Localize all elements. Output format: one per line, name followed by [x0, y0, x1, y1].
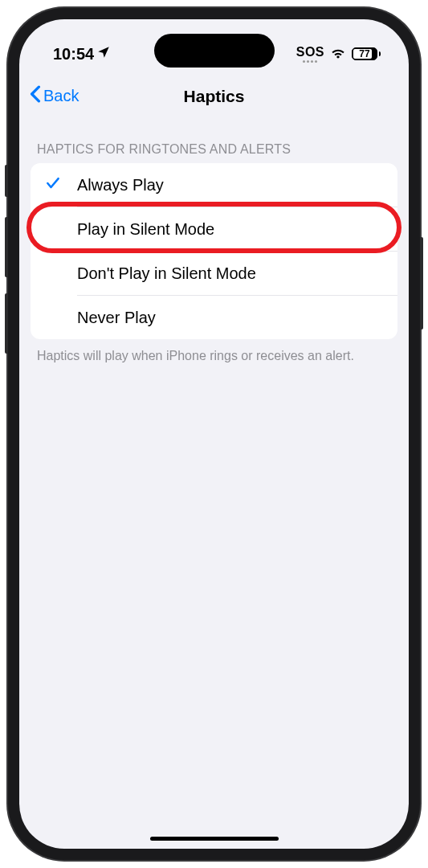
dynamic-island [154, 34, 275, 68]
phone-frame: 10:54 SOS [8, 8, 420, 860]
home-indicator[interactable] [150, 837, 279, 841]
status-right: SOS 77 [296, 45, 381, 63]
power-button [420, 237, 423, 330]
haptics-options-list: Always Play Play in Silent Mode Don't Pl… [31, 163, 397, 339]
section-header: HAPTICS FOR RINGTONES AND ALERTS [19, 118, 409, 163]
sos-indicator: SOS [296, 45, 324, 63]
volume-up-button [5, 217, 8, 277]
wifi-icon [330, 46, 346, 62]
option-play-in-silent-mode[interactable]: Play in Silent Mode [31, 207, 397, 251]
option-never-play[interactable]: Never Play [31, 296, 397, 339]
option-label: Never Play [77, 309, 383, 327]
clock-time: 10:54 [53, 45, 94, 63]
sos-label: SOS [296, 45, 324, 59]
screen: 10:54 SOS [19, 19, 409, 849]
checkmark-icon [45, 175, 77, 194]
option-label: Always Play [77, 176, 383, 194]
option-always-play[interactable]: Always Play [31, 163, 397, 207]
volume-down-button [5, 293, 8, 354]
back-label: Back [43, 87, 79, 105]
section-footer: Haptics will play when iPhone rings or r… [19, 339, 409, 373]
back-button[interactable]: Back [29, 85, 79, 107]
navigation-bar: Back Haptics [19, 71, 409, 118]
battery-icon: 77 [352, 47, 381, 60]
option-label: Don't Play in Silent Mode [77, 264, 383, 283]
option-dont-play-in-silent-mode[interactable]: Don't Play in Silent Mode [31, 252, 397, 295]
location-arrow-icon [96, 45, 111, 63]
page-title: Haptics [184, 87, 245, 106]
battery-percent: 77 [359, 48, 369, 59]
chevron-left-icon [29, 85, 42, 107]
option-label: Play in Silent Mode [77, 220, 383, 239]
status-left: 10:54 [53, 45, 111, 63]
silent-switch [5, 165, 8, 197]
